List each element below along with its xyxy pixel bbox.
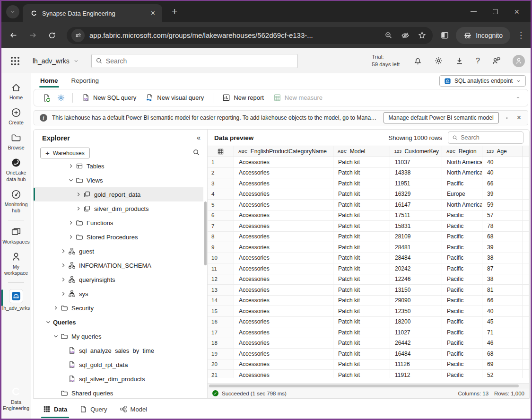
tree-chevron-icon[interactable] <box>68 234 74 240</box>
manage-semantic-model-button[interactable]: Manage default Power BI semantic model <box>384 112 499 123</box>
downloads-icon[interactable] <box>455 56 464 65</box>
tree-chevron-icon[interactable] <box>45 319 52 325</box>
new-tab-button[interactable]: + <box>168 6 181 17</box>
table-row[interactable]: 17 Accessories Patch kit 11027 Pacific 7… <box>208 327 529 338</box>
workspace-switcher[interactable]: lh_adv_wrks <box>33 57 79 65</box>
table-row[interactable]: 13 Accessories Patch kit 13150 Pacific 8… <box>208 285 529 296</box>
view-tab[interactable]: Data <box>39 400 71 419</box>
new-item-button[interactable] <box>40 91 54 105</box>
feedback-icon[interactable] <box>492 56 501 65</box>
table-row[interactable]: 21 Accessories Patch kit 11912 Pacific 5… <box>208 370 529 378</box>
tree-item[interactable]: queryinsights <box>34 272 203 287</box>
new-measure-button[interactable]: New measure <box>269 91 327 104</box>
table-row[interactable]: 4 Accessories Patch kit 16329 Europe 39 <box>208 189 529 200</box>
waffle-menu-icon[interactable] <box>11 57 19 65</box>
tree-item[interactable]: guest <box>34 244 203 258</box>
tree-item[interactable]: sys <box>34 287 203 301</box>
table-row[interactable]: 15 Accessories Patch kit 12350 Pacific 4… <box>208 306 529 317</box>
tree-chevron-icon[interactable] <box>75 205 82 212</box>
tree-chevron-icon[interactable] <box>60 276 67 283</box>
account-avatar[interactable] <box>513 55 525 67</box>
tree-chevron-icon[interactable] <box>52 305 59 311</box>
view-tab[interactable]: Query <box>76 400 111 419</box>
tree-item[interactable]: silver_dim_products <box>34 201 203 216</box>
table-row[interactable]: 10 Accessories Patch kit 28484 Pacific 3… <box>208 253 529 264</box>
rail-item[interactable]: OneLake data hub <box>1 154 31 185</box>
table-row[interactable]: 14 Accessories Patch kit 29090 Pacific 6… <box>208 296 529 306</box>
collapse-panel-icon[interactable]: « <box>197 133 201 141</box>
column-header[interactable]: 123Age <box>482 146 523 157</box>
tree-item[interactable]: Tables <box>34 159 203 173</box>
address-bar[interactable]: app.fabric.microsoft.com/groups/me/lakew… <box>67 27 433 44</box>
rail-item[interactable]: Home <box>1 79 31 104</box>
explorer-scrollbar-thumb[interactable] <box>204 201 207 265</box>
back-button[interactable] <box>9 31 18 40</box>
tree-item[interactable]: sql_analyze_sales_by_time <box>34 343 203 358</box>
scrollbar-track[interactable] <box>208 383 529 388</box>
banner-close-icon[interactable]: × <box>515 114 523 122</box>
tree-item[interactable]: Stored Procedures <box>34 230 203 244</box>
rail-item-experience[interactable]: Data Engineering <box>1 383 31 415</box>
bookmark-star-icon[interactable] <box>418 31 426 39</box>
window-close-button[interactable]: × <box>514 8 519 16</box>
settings-gear-icon[interactable] <box>434 56 443 65</box>
side-panel-icon[interactable] <box>440 31 449 40</box>
rail-item[interactable]: My workspace <box>1 248 31 280</box>
new-sql-query-button[interactable]: New SQL query <box>77 91 141 104</box>
tree-item[interactable]: INFORMATION_SCHEMA <box>34 258 203 272</box>
help-icon[interactable]: ? <box>476 57 480 65</box>
rail-item[interactable]: Workspaces <box>1 223 31 248</box>
preview-search-input[interactable] <box>461 134 519 141</box>
forward-button[interactable] <box>28 31 37 40</box>
table-row[interactable]: 2 Accessories Patch kit 14338 North Amer… <box>208 168 529 179</box>
tree-chevron-icon[interactable] <box>68 177 74 184</box>
table-row[interactable]: 1 Accessories Patch kit 11037 North Amer… <box>208 157 529 168</box>
table-row[interactable]: 19 Accessories Patch kit 16484 Pacific 6… <box>208 349 529 359</box>
add-warehouses-button[interactable]: + Warehouses <box>40 148 90 158</box>
column-header[interactable]: 123CustomerKey <box>390 146 442 157</box>
view-tab[interactable]: Model <box>116 400 151 419</box>
tree-item[interactable]: gold_report_data <box>34 187 203 201</box>
table-row[interactable]: 5 Accessories Patch kit 16147 North Amer… <box>208 200 529 210</box>
zoom-icon[interactable] <box>384 31 392 39</box>
rail-item[interactable]: Browse <box>1 129 31 154</box>
page-tab[interactable]: Reporting <box>66 73 105 88</box>
tree-chevron-icon[interactable] <box>75 191 82 198</box>
table-corner-grid-icon[interactable] <box>208 146 234 157</box>
tree-chevron-icon[interactable] <box>68 219 74 226</box>
notifications-bell-icon[interactable] <box>413 56 422 65</box>
browser-tab[interactable]: Synapse Data Engineering × <box>23 4 162 22</box>
reload-button[interactable] <box>48 31 56 40</box>
tree-item[interactable]: Views <box>34 173 203 187</box>
table-row[interactable]: 7 Accessories Patch kit 15831 Pacific 78 <box>208 221 529 232</box>
table-row[interactable]: 11 Accessories Patch kit 20242 Pacific 8… <box>208 263 529 274</box>
new-report-button[interactable]: New report <box>218 91 269 104</box>
scrollbar-thumb[interactable] <box>209 385 519 387</box>
tree-item[interactable]: Shared queries <box>34 386 203 398</box>
global-search-input[interactable] <box>106 57 294 65</box>
tree-item[interactable]: My queries <box>34 329 203 343</box>
explorer-search-icon[interactable] <box>192 149 200 156</box>
table-row[interactable]: 16 Accessories Patch kit 18200 Pacific 4… <box>208 317 529 328</box>
tree-chevron-icon[interactable] <box>60 248 67 254</box>
endpoint-selector[interactable]: SQL analytics endpoint <box>439 75 526 87</box>
preview-search[interactable] <box>448 131 523 144</box>
global-search[interactable] <box>91 54 298 68</box>
maximize-button[interactable] <box>493 9 498 14</box>
column-header[interactable]: ABCRegion <box>442 146 482 157</box>
site-info-icon[interactable] <box>71 29 85 42</box>
rail-item[interactable]: Monitoring hub <box>1 186 31 217</box>
tree-item[interactable]: sql_silver_dim_products <box>34 372 203 386</box>
table-row[interactable]: 9 Accessories Patch kit 28481 Pacific 39 <box>208 242 529 253</box>
column-header[interactable]: ABCEnglishProductCategoryName <box>234 146 333 157</box>
tree-item[interactable]: Queries <box>34 315 203 329</box>
expand-double-chevron-icon[interactable] <box>504 114 510 121</box>
page-tab[interactable]: Home <box>35 73 64 88</box>
table-row[interactable]: 8 Accessories Patch kit 28109 Pacific 68 <box>208 232 529 243</box>
minimize-button[interactable] <box>471 11 477 12</box>
tree-chevron-icon[interactable] <box>60 262 67 269</box>
tree-chevron-icon[interactable] <box>52 333 59 340</box>
tree-item[interactable]: Functions <box>34 216 203 230</box>
table-row[interactable]: 18 Accessories Patch kit 26442 Pacific 4… <box>208 338 529 349</box>
new-visual-query-button[interactable]: New visual query <box>141 91 209 104</box>
